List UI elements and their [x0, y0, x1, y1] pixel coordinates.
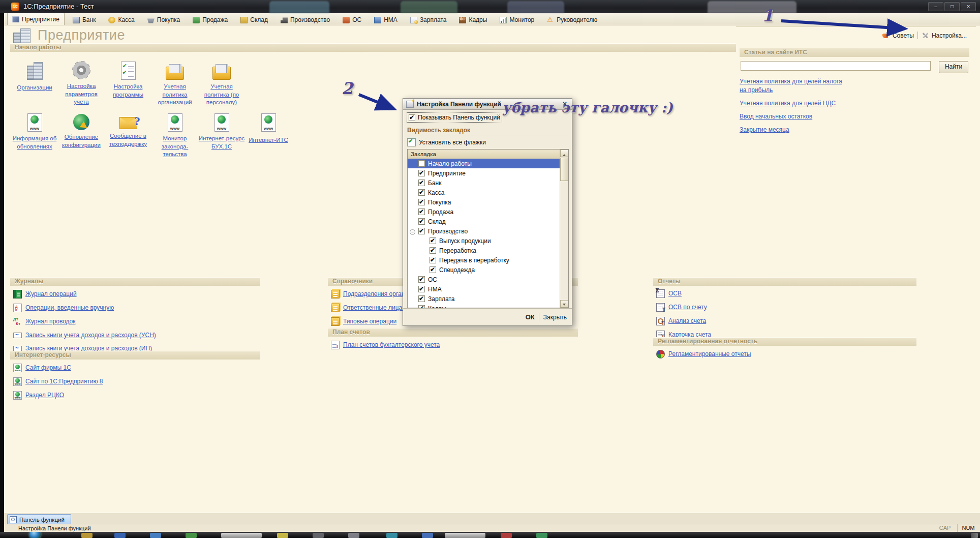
tab-visibility-row[interactable]: Предприятие	[408, 168, 560, 178]
tab-visibility-row[interactable]: Производство	[408, 226, 560, 236]
tab-visibility-row[interactable]: Склад	[408, 217, 560, 226]
link-item[interactable]: Журнал проводок	[13, 317, 257, 326]
tips-button[interactable]: Советы	[882, 32, 914, 39]
section-tab[interactable]: Склад	[236, 15, 272, 25]
tab-visibility-row[interactable]: Спецодежда	[408, 265, 560, 275]
windows-taskbar[interactable]	[0, 532, 980, 538]
taskbar-app-icon[interactable]	[501, 533, 512, 538]
close-dialog-button[interactable]: Закрыть	[543, 314, 567, 321]
maximize-button[interactable]	[944, 2, 960, 11]
tab-visibility-row[interactable]: Кадры	[408, 304, 560, 308]
its-article-link[interactable]: Закрытие месяца	[740, 126, 943, 134]
section-tab[interactable]: Монитор	[495, 15, 539, 25]
row-checkbox[interactable]	[418, 305, 425, 308]
tab-visibility-row[interactable]: Передача в переработку	[408, 255, 560, 265]
minimize-button[interactable]	[928, 2, 943, 11]
section-tab[interactable]: ОС	[338, 15, 366, 25]
grid-item-link[interactable]: Обновление конфигурации	[58, 133, 105, 149]
scrollbar-thumb[interactable]	[560, 158, 568, 181]
show-desktop-button[interactable]	[971, 533, 978, 538]
taskbar-window-button[interactable]	[445, 533, 485, 538]
section-tab[interactable]: НМА	[370, 15, 402, 25]
row-checkbox[interactable]	[418, 199, 425, 205]
row-checkbox[interactable]	[430, 247, 436, 254]
section-tab[interactable]: Производство	[276, 15, 334, 25]
scroll-down-icon[interactable]	[560, 300, 568, 308]
scroll-up-icon[interactable]	[560, 150, 568, 157]
taskbar-app-icon[interactable]	[277, 533, 288, 538]
row-checkbox[interactable]	[418, 286, 425, 292]
row-checkbox[interactable]	[418, 170, 425, 176]
start-orb-icon[interactable]	[29, 532, 41, 538]
row-checkbox[interactable]	[418, 189, 425, 196]
function-panel-window-tab[interactable]: Панель функций	[7, 514, 71, 525]
tab-visibility-row[interactable]: Выпуск продукции	[408, 236, 560, 246]
tab-visibility-row[interactable]: Продажа	[408, 207, 560, 217]
grid-item-link[interactable]: Учетная политика организаций	[151, 83, 198, 107]
link-item[interactable]: Анализ счета	[656, 317, 910, 325]
taskbar-app-icon[interactable]	[81, 533, 93, 538]
taskbar-app-icon[interactable]	[186, 533, 197, 538]
its-article-link[interactable]: Ввод начальных остатков	[740, 112, 943, 121]
row-checkbox[interactable]	[418, 180, 425, 186]
link-item[interactable]: Сайт по 1С:Предприятию 8	[13, 377, 257, 386]
row-checkbox[interactable]	[418, 218, 425, 225]
grid-item-link[interactable]: Монитор законода-тельства	[151, 135, 198, 159]
row-checkbox[interactable]	[430, 237, 436, 244]
link-item[interactable]: Раздел РЦКО	[13, 391, 257, 400]
link-item[interactable]: Сайт фирмы 1С	[13, 364, 257, 372]
close-button[interactable]	[961, 2, 976, 11]
row-checkbox[interactable]	[418, 276, 425, 283]
its-article-link[interactable]: Учетная политика для целей НДС	[740, 99, 943, 108]
taskbar-app-icon[interactable]	[422, 533, 433, 538]
show-panel-checkbox-row[interactable]: Показывать Панель функций	[407, 113, 502, 122]
tab-visibility-row[interactable]: Начало работы	[408, 159, 560, 168]
taskbar-app-icon[interactable]	[386, 533, 397, 538]
grid-item-link[interactable]: Учетная политика (по персоналу)	[198, 83, 245, 107]
grid-item-link[interactable]: Интернет-ресурс БУХ.1С	[198, 135, 245, 151]
link-item[interactable]: Запись книги учета доходов и расходов (У…	[13, 331, 257, 339]
show-panel-checkbox[interactable]	[409, 114, 415, 121]
taskbar-app-icon[interactable]	[313, 533, 324, 538]
row-checkbox[interactable]	[430, 257, 436, 263]
settings-button[interactable]: Настройка...	[922, 32, 967, 39]
section-tab[interactable]: Кадры	[454, 15, 492, 25]
grid-item-link[interactable]: Сообщение в техподдержку	[105, 132, 151, 148]
taskbar-app-icon[interactable]	[536, 533, 547, 538]
grid-item-link[interactable]: Информация об обновлениях	[11, 135, 58, 151]
ok-button[interactable]: ОК	[526, 313, 535, 321]
grid-item-link[interactable]: Настройка параметров учета	[58, 82, 105, 106]
row-checkbox[interactable]	[418, 228, 425, 234]
expander-icon[interactable]	[410, 228, 418, 235]
its-search-input[interactable]	[741, 61, 931, 71]
link-item[interactable]: План счетов бухгалтерского учета	[331, 341, 575, 349]
taskbar-app-icon[interactable]	[114, 533, 126, 538]
grid-item-link[interactable]: Настройка программы	[105, 83, 151, 99]
tab-visibility-row[interactable]: Касса	[408, 188, 560, 197]
list-scrollbar[interactable]	[560, 150, 568, 308]
section-tab[interactable]: Покупка	[143, 15, 185, 25]
tab-visibility-row[interactable]: ОС	[408, 275, 560, 284]
section-tab[interactable]: Руководителю	[542, 15, 602, 25]
row-checkbox[interactable]	[418, 208, 425, 215]
taskbar-app-icon[interactable]	[348, 533, 359, 538]
its-search-button[interactable]: Найти	[939, 61, 968, 73]
link-item[interactable]: Операции, введенные вручную	[13, 304, 257, 312]
tab-visibility-row[interactable]: Зарплата	[408, 294, 560, 304]
link-item[interactable]: ОСВ по счету	[656, 303, 910, 312]
taskbar-app-icon[interactable]	[150, 533, 161, 538]
row-checkbox[interactable]	[418, 160, 425, 167]
grid-item-link[interactable]: Интернет-ИТС	[249, 136, 288, 144]
taskbar-window-button[interactable]	[221, 533, 262, 538]
tab-visibility-row[interactable]: Переработка	[408, 246, 560, 255]
tab-visibility-row[interactable]: Банк	[408, 178, 560, 188]
tab-visibility-row[interactable]: Покупка	[408, 197, 560, 207]
link-item[interactable]: ОСВ	[656, 289, 910, 298]
row-checkbox[interactable]	[418, 295, 425, 302]
section-tab[interactable]: Зарплата	[406, 15, 451, 25]
grid-item-link[interactable]: Организации	[17, 84, 52, 92]
tab-visibility-row[interactable]: НМА	[408, 284, 560, 294]
section-tab[interactable]: Предприятие	[7, 13, 65, 25]
set-all-flags-button[interactable]: Установить все флажки	[407, 138, 486, 146]
section-tab[interactable]: Продажа	[188, 15, 232, 25]
